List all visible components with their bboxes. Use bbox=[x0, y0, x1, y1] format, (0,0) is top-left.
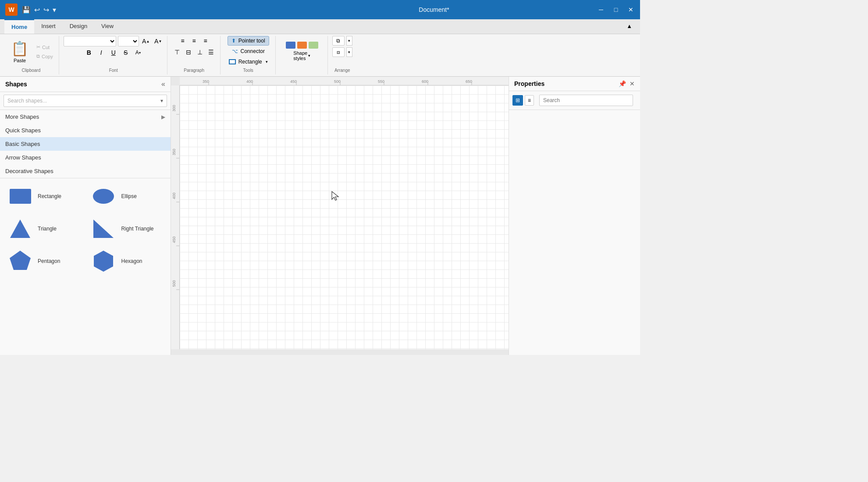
svg-rect-25 bbox=[171, 85, 180, 349]
shapes-panel-collapse-button[interactable]: « bbox=[161, 80, 165, 88]
tab-insert[interactable]: Insert bbox=[34, 19, 63, 34]
quick-shapes-label: Quick Shapes bbox=[5, 127, 41, 134]
copy-button[interactable]: ⧉ Copy bbox=[34, 52, 55, 60]
align-top-button[interactable]: ⊤ bbox=[172, 47, 182, 57]
shapes-search-inner: Search shapes... ▾ bbox=[7, 98, 163, 104]
rectangle-label: Rectangle bbox=[238, 59, 262, 65]
arrange-back-dropdown[interactable]: ▾ bbox=[346, 47, 352, 57]
properties-panel-header: Properties 📌 ✕ bbox=[509, 77, 640, 91]
shapes-nav-quick-shapes[interactable]: Quick Shapes bbox=[0, 124, 171, 137]
shape-styles-button[interactable]: Shapestyles ▾ bbox=[280, 39, 324, 63]
paste-button[interactable]: 📋 Paste bbox=[7, 38, 32, 65]
properties-panel-controls: 📌 ✕ bbox=[619, 80, 635, 87]
shape-styles-dropdown-icon[interactable]: ▾ bbox=[308, 53, 310, 58]
save-icon[interactable]: 💾 bbox=[22, 6, 31, 14]
align-right-button[interactable]: ≡ bbox=[200, 36, 211, 46]
shape-styles-label: Shapestyles bbox=[293, 50, 307, 61]
align-row-top: ≡ ≡ ≡ bbox=[178, 36, 211, 46]
minimize-button[interactable]: ─ bbox=[597, 6, 605, 13]
basic-shapes-label: Basic Shapes bbox=[5, 141, 40, 147]
arrow-shapes-label: Arrow Shapes bbox=[5, 154, 41, 161]
svg-text:500: 500 bbox=[172, 280, 176, 287]
pointer-tool-button[interactable]: ⬆ Pointer tool bbox=[228, 36, 269, 46]
arrange-front-button[interactable]: ⧉ bbox=[332, 36, 345, 46]
rectangle-shape-svg bbox=[8, 187, 32, 206]
shape-right-triangle[interactable]: Right Triangle bbox=[87, 214, 167, 243]
shapes-nav-decorative-shapes[interactable]: Decorative Shapes bbox=[0, 164, 171, 178]
svg-text:300: 300 bbox=[172, 105, 176, 111]
redo-icon[interactable]: ↪ bbox=[43, 6, 49, 14]
font-row-bottom: B I U S A▾ bbox=[84, 47, 143, 58]
underline-button[interactable]: U bbox=[108, 47, 119, 58]
rectangle-dropdown-icon[interactable]: ▾ bbox=[266, 60, 268, 64]
shape-rectangle[interactable]: Rectangle bbox=[4, 182, 84, 211]
maximize-button[interactable]: □ bbox=[612, 6, 620, 13]
ribbon: Home Insert Design View ▲ 📋 Paste ✂ Cut bbox=[0, 19, 640, 77]
ribbon-collapse-button[interactable]: ▲ bbox=[623, 19, 636, 34]
title-bar-left: W 💾 ↩ ↪ ▾ bbox=[5, 4, 56, 16]
window-title: Document* bbox=[419, 6, 449, 13]
svg-text:350: 350 bbox=[172, 149, 176, 155]
bold-button[interactable]: B bbox=[84, 47, 94, 58]
shape-ellipse[interactable]: Ellipse bbox=[87, 182, 167, 211]
triangle-shape-svg bbox=[8, 218, 32, 240]
font-size-select[interactable] bbox=[118, 36, 139, 46]
properties-tabs: ⊞ ≡ bbox=[509, 91, 640, 110]
connector-button[interactable]: ⌥ Connector bbox=[228, 46, 269, 56]
svg-text:650: 650 bbox=[466, 79, 472, 84]
shape-rectangle-thumb bbox=[7, 185, 33, 207]
tab-design[interactable]: Design bbox=[63, 19, 94, 34]
align-bottom-button[interactable]: ⊥ bbox=[195, 47, 205, 57]
properties-search-area bbox=[536, 93, 637, 108]
svg-marker-2 bbox=[10, 220, 30, 238]
svg-rect-6 bbox=[180, 77, 509, 85]
canvas[interactable] bbox=[180, 85, 509, 349]
more-shapes-arrow-icon: ▶ bbox=[161, 114, 165, 120]
align-justify-button[interactable]: ☰ bbox=[206, 47, 217, 57]
shapes-search-dropdown-icon[interactable]: ▾ bbox=[160, 98, 163, 104]
arrange-row-top: ⧉ ▾ bbox=[332, 36, 352, 46]
shape-hexagon[interactable]: Hexagon bbox=[87, 247, 167, 276]
arrange-front-dropdown[interactable]: ▾ bbox=[346, 36, 352, 46]
main-layout: Shapes « Search shapes... ▾ More Shapes … bbox=[0, 77, 640, 355]
tab-view[interactable]: View bbox=[94, 19, 121, 34]
shapes-nav-more-shapes[interactable]: More Shapes ▶ bbox=[0, 110, 171, 124]
shape-styles-group: Shapestyles ▾ bbox=[277, 36, 328, 74]
cut-button[interactable]: ✂ Cut bbox=[34, 43, 55, 51]
properties-close-button[interactable]: ✕ bbox=[630, 80, 635, 87]
align-middle-button[interactable]: ⊟ bbox=[183, 47, 194, 57]
shapes-nav-arrow-shapes[interactable]: Arrow Shapes bbox=[0, 151, 171, 164]
dropdown-icon[interactable]: ▾ bbox=[53, 6, 56, 14]
font-row-top: A▲ A▼ bbox=[64, 36, 164, 46]
font-grow-button[interactable]: A▲ bbox=[141, 36, 151, 46]
align-left-button[interactable]: ≡ bbox=[178, 36, 188, 46]
highlight-color-button[interactable]: A▾ bbox=[133, 47, 143, 58]
italic-button[interactable]: I bbox=[96, 47, 107, 58]
cursor-indicator bbox=[331, 191, 340, 203]
tools-label: Tools bbox=[243, 68, 253, 73]
shapes-nav: More Shapes ▶ Quick Shapes Basic Shapes … bbox=[0, 110, 171, 178]
properties-search-input[interactable] bbox=[539, 95, 633, 106]
rectangle-tool-button[interactable]: Rectangle ▾ bbox=[225, 57, 272, 67]
font-name-select[interactable] bbox=[64, 36, 116, 46]
svg-marker-3 bbox=[93, 220, 114, 238]
undo-icon[interactable]: ↩ bbox=[34, 6, 40, 14]
svg-marker-36 bbox=[332, 191, 338, 200]
tab-home-trigger[interactable]: Home bbox=[4, 19, 34, 34]
shape-pentagon[interactable]: Pentagon bbox=[4, 247, 84, 276]
shapes-search-box[interactable]: Search shapes... ▾ bbox=[4, 95, 167, 107]
align-center-button[interactable]: ≡ bbox=[189, 36, 199, 46]
pentagon-shape-svg bbox=[8, 249, 32, 273]
arrange-back-button[interactable]: ⧈ bbox=[332, 47, 345, 57]
shapes-nav-basic-shapes[interactable]: Basic Shapes bbox=[0, 137, 171, 151]
properties-list-view-button[interactable]: ≡ bbox=[525, 95, 534, 106]
shape-triangle[interactable]: Triangle bbox=[4, 214, 84, 243]
font-shrink-button[interactable]: A▼ bbox=[153, 36, 164, 46]
properties-pin-button[interactable]: 📌 bbox=[619, 80, 626, 87]
shapes-panel: Shapes « Search shapes... ▾ More Shapes … bbox=[0, 77, 171, 355]
clipboard-small-buttons: ✂ Cut ⧉ Copy bbox=[34, 43, 55, 60]
properties-grid-view-button[interactable]: ⊞ bbox=[512, 95, 523, 106]
ribbon-content: 📋 Paste ✂ Cut ⧉ Copy Clipboard bbox=[0, 34, 640, 76]
close-button[interactable]: ✕ bbox=[627, 6, 635, 13]
strikethrough-button[interactable]: S bbox=[121, 47, 131, 58]
